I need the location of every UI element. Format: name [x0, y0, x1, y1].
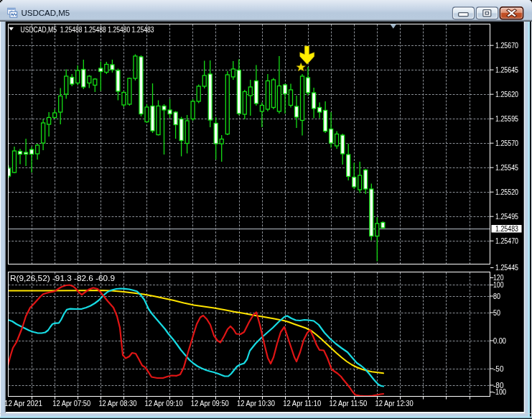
- svg-text:1.25620: 1.25620: [495, 90, 518, 98]
- svg-text:-100: -100: [493, 387, 506, 396]
- svg-text:12 Apr 09:10: 12 Apr 09:10: [145, 399, 183, 408]
- svg-text:12 Apr 10:30: 12 Apr 10:30: [237, 399, 275, 408]
- svg-text:-50: -50: [493, 364, 504, 373]
- svg-text:USDCAD,M5: USDCAD,M5: [22, 9, 70, 17]
- svg-text:12 Apr 2021: 12 Apr 2021: [4, 399, 42, 408]
- svg-text:12 Apr 12:30: 12 Apr 12:30: [375, 399, 414, 408]
- svg-text:100: 100: [493, 280, 504, 289]
- svg-text:1.25545: 1.25545: [495, 163, 518, 172]
- svg-text:1.25595: 1.25595: [495, 114, 518, 123]
- svg-text:1.25645: 1.25645: [495, 65, 518, 74]
- svg-text:1.25520: 1.25520: [495, 188, 518, 196]
- svg-text:1.25470: 1.25470: [495, 236, 518, 245]
- svg-text:USDCAD,M5 1.25488 1.25488 1.2: USDCAD,M5 1.25488 1.25488 1.25480 1.2548…: [21, 25, 154, 34]
- svg-text:12 Apr 11:10: 12 Apr 11:10: [283, 399, 321, 408]
- svg-text:12 Apr 09:50: 12 Apr 09:50: [191, 399, 229, 408]
- svg-text:1.25570: 1.25570: [495, 139, 518, 147]
- svg-text:50: 50: [493, 308, 500, 317]
- svg-text:1.25445: 1.25445: [495, 263, 518, 272]
- svg-text:12 Apr 08:30: 12 Apr 08:30: [98, 399, 136, 408]
- svg-text:12 Apr 11:50: 12 Apr 11:50: [329, 399, 367, 408]
- svg-text:R(9,26,52) -91.3 -82.6 -60.9: R(9,26,52) -91.3 -82.6 -60.9: [10, 274, 115, 282]
- svg-text:80: 80: [493, 292, 500, 300]
- svg-text:1.25483: 1.25483: [495, 224, 518, 233]
- svg-text:1.25670: 1.25670: [495, 41, 518, 50]
- svg-text:1.25495: 1.25495: [495, 212, 518, 221]
- svg-text:12 Apr 07:50: 12 Apr 07:50: [52, 399, 90, 408]
- svg-text:0.00: 0.00: [493, 336, 506, 345]
